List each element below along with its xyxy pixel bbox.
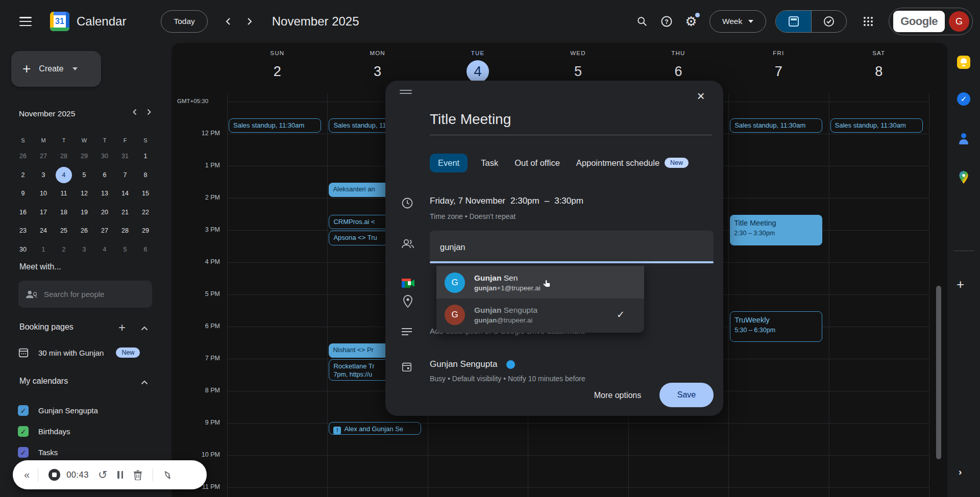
mini-day-cell[interactable]: 9 bbox=[13, 184, 33, 203]
tab-appointment-schedule[interactable]: Appointment scheduleNew bbox=[576, 158, 689, 168]
mini-prev-icon[interactable] bbox=[133, 108, 137, 117]
vertical-scrollbar[interactable] bbox=[936, 286, 941, 459]
pause-recording-icon[interactable] bbox=[117, 471, 123, 479]
calendar-list-item[interactable]: ✓Gunjan Sengupta bbox=[18, 400, 161, 421]
previous-week-icon[interactable] bbox=[221, 14, 235, 29]
day-header-tue[interactable]: TUE4 bbox=[428, 50, 528, 83]
mini-day-cell[interactable]: 30 bbox=[94, 147, 115, 166]
day-header-fri[interactable]: FRI7 bbox=[728, 50, 828, 83]
collapse-booking-icon[interactable] bbox=[141, 324, 148, 333]
guests-input[interactable]: gunjan bbox=[430, 231, 714, 263]
mini-day-cell[interactable]: 5 bbox=[74, 166, 94, 185]
organizer-calendar[interactable]: Gunjan Sengupta bbox=[430, 359, 515, 369]
mini-day-cell[interactable]: 20 bbox=[94, 203, 115, 222]
day-number[interactable]: 8 bbox=[829, 60, 929, 83]
tab-out-of-office[interactable]: Out of office bbox=[514, 158, 560, 168]
search-icon[interactable] bbox=[632, 11, 652, 32]
get-add-ons-icon[interactable]: + bbox=[957, 277, 964, 292]
calendar-checkbox[interactable]: ✓ bbox=[18, 405, 29, 416]
tasks-view-toggle[interactable] bbox=[811, 11, 846, 32]
day-header-sun[interactable]: SUN2 bbox=[227, 50, 327, 83]
event-chip[interactable]: !Alex and Gunjan Se bbox=[329, 422, 421, 435]
mini-day-cell[interactable]: 12 bbox=[74, 184, 94, 203]
mini-day-cell[interactable]: 1 bbox=[33, 240, 54, 259]
calendar-checkbox[interactable]: ✓ bbox=[18, 447, 29, 458]
event-title-input[interactable] bbox=[430, 111, 712, 135]
event-chip[interactable]: Sales standup, 11:30am bbox=[229, 118, 321, 133]
mini-day-cell[interactable]: 7 bbox=[115, 166, 135, 185]
tab-task[interactable]: Task bbox=[481, 158, 498, 168]
mini-day-cell[interactable]: 21 bbox=[115, 203, 135, 222]
support-icon[interactable]: ? bbox=[656, 11, 677, 32]
mini-day-cell[interactable]: 27 bbox=[33, 147, 54, 166]
calendar-checkbox[interactable]: ✓ bbox=[18, 426, 29, 437]
today-button[interactable]: Today bbox=[161, 10, 207, 33]
mini-day-cell[interactable]: 4 bbox=[54, 166, 74, 185]
day-number[interactable]: 7 bbox=[728, 60, 828, 83]
drag-handle[interactable] bbox=[400, 90, 412, 96]
view-selector[interactable]: Week bbox=[709, 10, 766, 33]
mini-day-cell[interactable]: 26 bbox=[74, 221, 94, 240]
keep-icon[interactable] bbox=[957, 55, 971, 69]
account-avatar[interactable]: G bbox=[949, 11, 969, 32]
calendar-view-toggle[interactable] bbox=[776, 11, 811, 32]
mini-day-cell[interactable]: 30 bbox=[13, 240, 33, 259]
create-button[interactable]: + Create bbox=[11, 51, 101, 87]
visibility-status-label[interactable]: Busy • Default visibility • Notify 10 mi… bbox=[430, 375, 585, 383]
stop-recording-button[interactable] bbox=[48, 469, 60, 481]
mini-day-cell[interactable]: 29 bbox=[74, 147, 94, 166]
google-apps-icon[interactable] bbox=[858, 11, 878, 32]
main-menu-icon[interactable] bbox=[19, 17, 32, 26]
mini-day-cell[interactable]: 8 bbox=[135, 166, 156, 185]
mini-day-cell[interactable]: 2 bbox=[13, 166, 33, 185]
mini-day-cell[interactable]: 5 bbox=[115, 240, 135, 259]
mini-day-cell[interactable]: 22 bbox=[135, 203, 156, 222]
collapse-my-calendars-icon[interactable] bbox=[141, 378, 148, 387]
add-booking-page-icon[interactable]: + bbox=[118, 320, 126, 335]
event-datetime[interactable]: Friday, 7 November2:30pm–3:30pm bbox=[430, 196, 589, 206]
tab-event[interactable]: Event bbox=[430, 154, 468, 172]
calendar-list-item[interactable]: ✓Birthdays bbox=[18, 421, 161, 442]
contacts-icon[interactable] bbox=[957, 132, 971, 146]
tasks-icon[interactable]: ✓ bbox=[957, 92, 971, 106]
mini-day-cell[interactable]: 6 bbox=[135, 240, 156, 259]
day-header-wed[interactable]: WED5 bbox=[528, 50, 628, 83]
maps-icon[interactable] bbox=[957, 170, 971, 185]
next-week-icon[interactable] bbox=[242, 14, 257, 29]
mini-next-icon[interactable] bbox=[147, 108, 151, 117]
mini-day-cell[interactable]: 2 bbox=[54, 240, 74, 259]
day-number[interactable]: 5 bbox=[528, 60, 628, 83]
more-options-button[interactable]: More options bbox=[590, 386, 646, 405]
search-people-input[interactable]: Search for people bbox=[18, 281, 152, 308]
mini-day-cell[interactable]: 28 bbox=[54, 147, 74, 166]
day-header-thu[interactable]: THU6 bbox=[628, 50, 728, 83]
day-header-mon[interactable]: MON3 bbox=[327, 50, 427, 83]
event-chip[interactable]: TruWeekly5:30 – 6:30pm bbox=[730, 311, 822, 342]
mini-day-cell[interactable]: 17 bbox=[33, 203, 54, 222]
mini-day-cell[interactable]: 23 bbox=[13, 221, 33, 240]
mini-day-cell[interactable]: 27 bbox=[94, 221, 115, 240]
mini-day-cell[interactable]: 28 bbox=[115, 221, 135, 240]
mini-day-cell[interactable]: 16 bbox=[13, 203, 33, 222]
timezone-repeat-label[interactable]: Time zone • Doesn't repeat bbox=[430, 212, 516, 220]
mini-day-cell[interactable]: 3 bbox=[74, 240, 94, 259]
event-chip[interactable]: Sales standup, 11:30am bbox=[830, 118, 923, 133]
restart-recording-icon[interactable]: ↺ bbox=[98, 468, 107, 482]
day-number[interactable]: 4 bbox=[428, 60, 528, 83]
mini-day-cell[interactable]: 29 bbox=[135, 221, 156, 240]
close-icon[interactable]: × bbox=[692, 87, 710, 105]
mini-day-cell[interactable]: 1 bbox=[135, 147, 156, 166]
delete-recording-icon[interactable] bbox=[133, 470, 142, 480]
calendar-logo-icon[interactable]: 31 bbox=[50, 12, 69, 31]
mini-day-cell[interactable]: 4 bbox=[94, 240, 115, 259]
mini-day-cell[interactable]: 19 bbox=[74, 203, 94, 222]
booking-page-item[interactable]: 30 min with Gunjan New bbox=[18, 347, 140, 358]
guest-suggestion[interactable]: GGunjan Sengunjan+1@trupeer.ai bbox=[436, 266, 644, 299]
save-button[interactable]: Save bbox=[659, 383, 714, 407]
mini-day-cell[interactable]: 11 bbox=[54, 184, 74, 203]
show-side-panel-icon[interactable]: › bbox=[959, 466, 962, 478]
mini-day-cell[interactable]: 3 bbox=[33, 166, 54, 185]
day-number[interactable]: 3 bbox=[327, 60, 427, 83]
mini-day-cell[interactable]: 18 bbox=[54, 203, 74, 222]
collapse-toolbar-icon[interactable]: « bbox=[24, 469, 30, 481]
